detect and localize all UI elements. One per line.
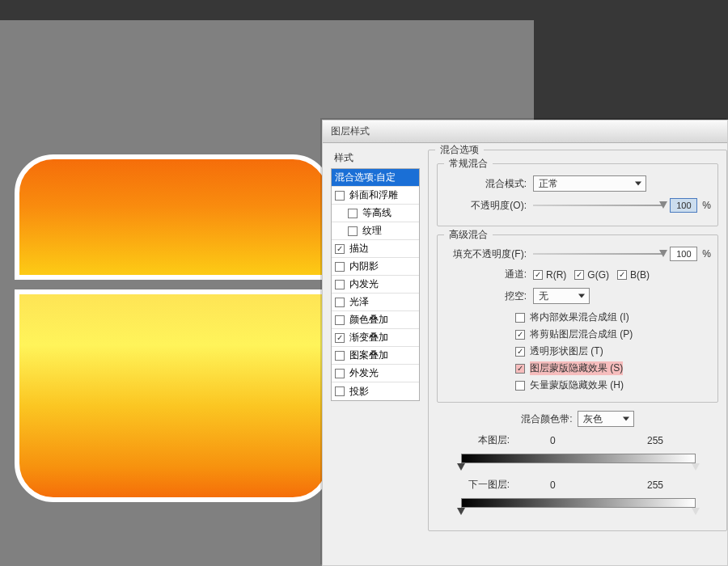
style-item-4[interactable]: 描边 (332, 240, 419, 258)
style-checkbox[interactable] (335, 244, 345, 254)
style-item-label: 描边 (349, 242, 369, 256)
style-item-label: 颜色叠加 (349, 313, 388, 327)
underlying-label: 下一图层: (461, 478, 518, 492)
blend-band-value: 灰色 (583, 412, 603, 426)
style-list: 混合选项:自定斜面和浮雕等高线纹理描边内阴影内发光光泽颜色叠加渐变叠加图案叠加外… (331, 168, 420, 401)
adv-option-3[interactable]: 图层蒙版隐藏效果 (S) (515, 361, 711, 375)
style-item-2[interactable]: 等高线 (332, 205, 419, 222)
style-item-label: 光泽 (349, 295, 369, 309)
style-checkbox[interactable] (335, 351, 345, 361)
blend-mode-select[interactable]: 正常 (533, 175, 646, 192)
icon-bottom-half (15, 289, 332, 502)
channel-checkbox[interactable] (533, 270, 543, 280)
style-item-0[interactable]: 混合选项:自定 (332, 169, 419, 187)
adv-checkbox[interactable] (515, 330, 525, 340)
style-checkbox[interactable] (335, 280, 345, 289)
adv-option-label: 将内部效果混合成组 (I) (530, 310, 629, 324)
underlying-v1: 255 (647, 479, 663, 491)
adv-option-1[interactable]: 将剪贴图层混合成组 (P) (515, 327, 711, 341)
style-checkbox[interactable] (348, 209, 358, 218)
channel-checkbox[interactable] (617, 270, 627, 280)
adv-option-label: 透明形状图层 (T) (530, 344, 603, 358)
fill-pct: % (702, 248, 711, 260)
style-item-label: 等高线 (362, 206, 392, 220)
dialog-title[interactable]: 图层样式 (323, 120, 727, 143)
underlying-v0: 0 (550, 479, 556, 491)
style-checkbox[interactable] (335, 191, 345, 201)
style-checkbox[interactable] (335, 333, 345, 343)
fill-input[interactable]: 100 (670, 247, 697, 261)
blend-mode-value: 正常 (539, 177, 558, 191)
opacity-input[interactable]: 100 (670, 198, 697, 213)
channel-B(B)[interactable]: B(B) (617, 269, 650, 281)
channel-label: B(B) (630, 269, 650, 281)
style-item-1[interactable]: 斜面和浮雕 (332, 187, 419, 205)
blend-mode-label: 混合模式: (444, 177, 533, 191)
fill-thumb[interactable] (659, 250, 667, 257)
channel-G(G)[interactable]: G(G) (574, 269, 609, 281)
style-item-label: 斜面和浮雕 (349, 188, 398, 202)
this-layer-label: 本图层: (461, 433, 518, 447)
style-item-10[interactable]: 图案叠加 (332, 347, 419, 365)
options-panel: 混合选项 常规混合 混合模式: 正常 不透明度(O): 100 % (423, 143, 727, 565)
preview-icon (15, 154, 332, 502)
this-layer-track (461, 454, 696, 463)
knockout-select[interactable]: 无 (533, 288, 590, 304)
underlying-slider[interactable] (461, 495, 696, 516)
style-checkbox[interactable] (335, 262, 345, 272)
styles-panel: 样式 混合选项:自定斜面和浮雕等高线纹理描边内阴影内发光光泽颜色叠加渐变叠加图案… (323, 143, 423, 565)
style-checkbox[interactable] (335, 369, 345, 378)
style-item-label: 投影 (349, 385, 369, 399)
blend-band-select[interactable]: 灰色 (578, 411, 634, 427)
style-item-label: 渐变叠加 (349, 331, 388, 344)
style-item-label: 混合选项:自定 (335, 171, 396, 184)
adv-checkbox[interactable] (515, 347, 525, 357)
underlying-black-thumb[interactable] (457, 508, 465, 515)
style-item-7[interactable]: 光泽 (332, 294, 419, 311)
style-checkbox[interactable] (335, 298, 345, 307)
style-item-5[interactable]: 内阴影 (332, 258, 419, 276)
channel-label: 通道: (444, 268, 533, 281)
advanced-blend-group: 高级混合 填充不透明度(F): 100 % 通道: R(R)G(G)B(B) 挖… (437, 234, 718, 403)
this-layer-black-thumb[interactable] (457, 463, 465, 471)
adv-option-4[interactable]: 矢量蒙版隐藏效果 (H) (515, 378, 711, 392)
style-item-3[interactable]: 纹理 (332, 222, 419, 240)
adv-option-label: 图层蒙版隐藏效果 (S) (530, 361, 623, 375)
channel-label: R(R) (546, 269, 566, 281)
style-item-8[interactable]: 颜色叠加 (332, 311, 419, 329)
style-item-label: 图案叠加 (349, 348, 388, 362)
underlying-white-thumb[interactable] (692, 508, 700, 515)
this-layer-slider[interactable] (461, 450, 696, 471)
style-checkbox[interactable] (335, 386, 345, 396)
style-item-6[interactable]: 内发光 (332, 276, 419, 294)
style-item-label: 内阴影 (349, 260, 379, 273)
style-checkbox[interactable] (335, 315, 345, 325)
knockout-value: 无 (539, 289, 548, 303)
adv-option-2[interactable]: 透明形状图层 (T) (515, 344, 711, 358)
this-layer-white-thumb[interactable] (692, 463, 700, 471)
normal-blend-group: 常规混合 混合模式: 正常 不透明度(O): 100 % (437, 163, 718, 226)
this-layer-v1: 255 (647, 435, 663, 446)
opacity-slider[interactable] (533, 205, 663, 206)
icon-gap (15, 280, 332, 289)
adv-checkbox[interactable] (515, 381, 525, 391)
underlying-track (461, 498, 696, 508)
fill-slider[interactable] (533, 253, 663, 255)
style-item-12[interactable]: 投影 (332, 382, 419, 400)
adv-option-0[interactable]: 将内部效果混合成组 (I) (515, 310, 711, 324)
style-item-11[interactable]: 外发光 (332, 365, 419, 382)
adv-checkbox[interactable] (515, 313, 525, 323)
style-item-label: 外发光 (349, 366, 379, 380)
normal-blend-title: 常规混合 (444, 157, 493, 171)
opacity-thumb[interactable] (659, 201, 667, 209)
adv-option-label: 将剪贴图层混合成组 (P) (530, 327, 633, 341)
layer-style-dialog: 图层样式 样式 混合选项:自定斜面和浮雕等高线纹理描边内阴影内发光光泽颜色叠加渐… (322, 120, 728, 566)
channel-checkbox[interactable] (574, 270, 584, 280)
fill-opacity-label: 填充不透明度(F): (444, 247, 533, 261)
icon-top-half (15, 154, 332, 280)
style-checkbox[interactable] (348, 226, 358, 236)
style-item-9[interactable]: 渐变叠加 (332, 329, 419, 347)
opacity-label: 不透明度(O): (444, 199, 533, 213)
adv-checkbox[interactable] (515, 364, 525, 374)
channel-R(R)[interactable]: R(R) (533, 269, 566, 281)
